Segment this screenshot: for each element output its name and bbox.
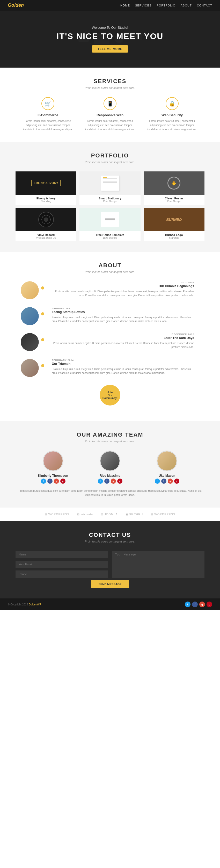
social-uko: t f g p (144, 478, 190, 484)
social-google-kimberly[interactable]: g (54, 478, 59, 484)
contact-message-input[interactable] (112, 551, 205, 578)
social-pinterest-kimberly[interactable]: p (60, 478, 65, 484)
portfolio-name-ebony: Ebony & Ivory (18, 197, 74, 200)
team-title: OUR AMAZING TEAM (15, 431, 205, 438)
poster-circle: ✋ (167, 177, 180, 190)
timeline-item-3: DECEMBER 2012 Enter The Dark Days Proin … (21, 333, 199, 351)
timeline-text-4: Proin iaculis purus cum lux egit xulit. … (52, 367, 194, 375)
about-subtitle: Proin iaculis purus consequat sem cure. (15, 270, 205, 274)
timeline-text-2: Proin iaculis purus cum lux egit xulit. … (52, 315, 194, 323)
contact-title: CONTACT US (15, 532, 205, 538)
service-responsive: 📱 Responsive Web Lorem ipsum dolor sit a… (84, 97, 136, 131)
services-section: SERVICES Proin iaculis purus consequat s… (0, 68, 220, 142)
social-facebook-kimberly[interactable]: f (48, 478, 53, 484)
nav-contact[interactable]: CONTACT (197, 4, 212, 7)
footer-google-icon[interactable]: g (199, 601, 205, 607)
nav-home[interactable]: HOME (120, 4, 130, 7)
portfolio-item-smart[interactable]: Smart Stationary Print Design (80, 172, 140, 205)
timeline-item-2: JANUARY 2011 Facing Startup Battles Proi… (21, 307, 199, 325)
tree-line-1 (105, 218, 115, 219)
footer-social: t f g p (185, 601, 212, 607)
avatar-rico (100, 451, 120, 471)
hero-subtitle: Welcome To Our Studio! (57, 26, 164, 30)
social-pinterest-rico[interactable]: p (117, 478, 122, 484)
timeline-dot-2 (41, 312, 44, 315)
timeline-avatar-1 (21, 281, 39, 299)
mock-line-3 (103, 180, 117, 180)
portfolio-subtitle: Proin iaculis purus consequat sem cure. (15, 160, 205, 164)
burned-label: BURNED (166, 218, 182, 222)
contact-subtitle: Proin iaculis purus consequat sem cure. (15, 540, 205, 543)
portfolio-name-poster: Clever Poster (146, 197, 202, 200)
footer-facebook-icon[interactable]: f (192, 601, 198, 607)
portfolio-name-smart: Smart Stationary (82, 197, 138, 200)
portfolio-caption-poster: Clever Poster Print Design (144, 195, 205, 205)
timeline-img-4 (21, 359, 39, 377)
portfolio-section: PORTFOLIO Proin iaculis purus consequat … (0, 142, 220, 252)
social-twitter-rico[interactable]: t (98, 478, 103, 484)
timeline-item-4: FEBRUARY 2014 Our Triumph Proin iaculis … (21, 359, 199, 377)
portfolio-item-ebony[interactable]: EBONY & IVORY Ebony & Ivory Branding (15, 172, 76, 205)
about-title: ABOUT (15, 262, 205, 269)
contact-phone-input[interactable] (15, 570, 108, 578)
team-grid: Kimberly Thompson t f g p Rico Massimo t… (15, 451, 205, 484)
service-ecommerce: 🛒 E-Commerce Lorem ipsum dolor sit amet,… (22, 97, 74, 131)
timeline-date-2: JANUARY 2011 (52, 307, 194, 310)
portfolio-cat-tree: Web Design (82, 237, 138, 239)
footer-twitter-icon[interactable]: t (185, 601, 190, 607)
social-facebook-uko[interactable]: f (161, 478, 166, 484)
timeline-dot-1 (41, 286, 44, 289)
social-google-rico[interactable]: g (111, 478, 116, 484)
social-google-uko[interactable]: g (168, 478, 173, 484)
timeline-content-2: JANUARY 2011 Facing Startup Battles Proi… (46, 307, 199, 323)
social-pinterest-uko[interactable]: p (174, 478, 179, 484)
timeline-date-3: DECEMBER 2012 (52, 333, 194, 336)
nav-about[interactable]: ABOUT (181, 4, 192, 7)
footer: © Copyright 2015 GoldenWP t f g p (0, 598, 220, 610)
portfolio-caption-vinyl: Vinyl Record Product Mock-Up (15, 231, 76, 241)
team-member-rico: Rico Massimo t f g p (87, 451, 133, 484)
footer-copyright: © Copyright 2015 GoldenWP (8, 603, 41, 606)
timeline-dot-3 (41, 338, 44, 341)
timeline-content-3: DECEMBER 2012 Enter The Dark Days Proin … (46, 333, 199, 349)
contact-email-input[interactable] (15, 561, 108, 568)
services-grid: 🛒 E-Commerce Lorem ipsum dolor sit amet,… (15, 97, 205, 131)
nav-services[interactable]: SERVICES (135, 4, 151, 7)
contact-submit-button[interactable]: SEND MESSAGE (91, 580, 129, 588)
portfolio-name-burned: Burned Logo (146, 233, 202, 237)
timeline-content-4: FEBRUARY 2014 Our Triumph Proin iaculis … (46, 359, 199, 375)
portfolio-item-burned[interactable]: BURNED Burned Logo Branding (144, 208, 205, 241)
mock-line-1 (103, 177, 107, 178)
nav-links: HOME SERVICES PORTFOLIO ABOUT CONTACT (120, 4, 212, 7)
partners-section: ⊞ WORDPRESS ⊡ wixmata ⊠ JOOMLA ▣ 30 THRU… (0, 507, 220, 521)
hero-section: Welcome To Our Studio! IT'S NICE TO MEET… (0, 11, 220, 68)
responsive-desc: Lorem ipsum dolor sit amet, consectetur … (84, 119, 136, 131)
social-twitter-uko[interactable]: t (155, 478, 160, 484)
contact-name-input[interactable] (15, 551, 108, 558)
mock-line-2 (103, 178, 117, 179)
hero-cta-button[interactable]: TELL ME MORE (92, 45, 128, 53)
vinyl-circle (38, 212, 54, 227)
nav-portfolio[interactable]: PORTFOLIO (157, 4, 175, 7)
timeline-heading-4: Our Triumph (52, 362, 194, 366)
portfolio-img-poster: ✋ (144, 172, 205, 195)
responsive-icon: 📱 (103, 97, 117, 110)
footer-brand: GoldenWP (29, 603, 41, 606)
nav-logo[interactable]: Golden (8, 3, 24, 8)
timeline-avatar-4 (21, 359, 39, 377)
footer-pinterest-icon[interactable]: p (207, 601, 212, 607)
social-twitter-kimberly[interactable]: t (41, 478, 46, 484)
partner-joomla: ⊠ JOOMLA (101, 513, 118, 516)
security-desc: Lorem ipsum dolor sit amet, consectetur … (146, 119, 198, 131)
portfolio-item-vinyl[interactable]: Vinyl Record Product Mock-Up (15, 208, 76, 241)
portfolio-img-smart (80, 172, 140, 195)
hero-content: Welcome To Our Studio! IT'S NICE TO MEET… (57, 26, 164, 53)
timeline-heading-1: Our Humble Beginnings (52, 284, 194, 288)
portfolio-img-ebony: EBONY & IVORY (15, 172, 76, 195)
team-member-uko: Uko Mason t f g p (144, 451, 190, 484)
portfolio-item-poster[interactable]: ✋ Clever Poster Print Design (144, 172, 205, 205)
portfolio-cat-ebony: Branding (18, 200, 74, 203)
portfolio-item-tree[interactable]: Tree House Template Web Design (80, 208, 140, 241)
mock-line-5 (103, 182, 117, 183)
social-facebook-rico[interactable]: f (104, 478, 109, 484)
